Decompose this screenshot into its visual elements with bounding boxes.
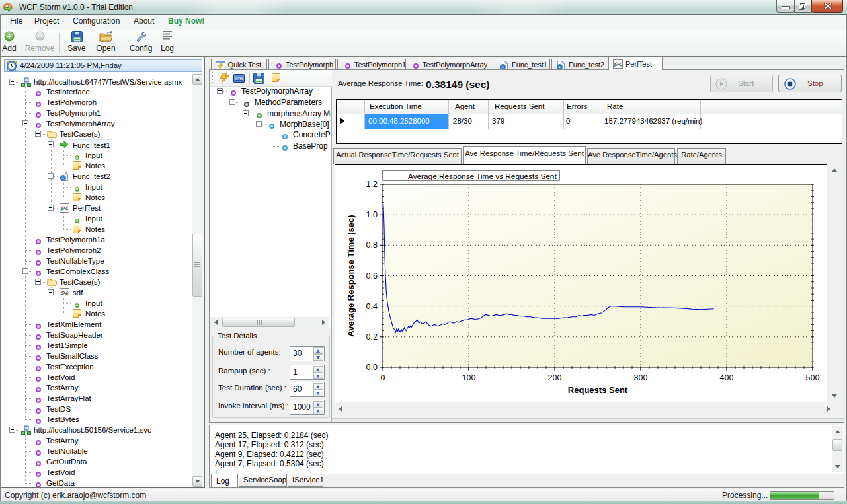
svg-text:300: 300 bbox=[634, 373, 648, 382]
svg-text:200: 200 bbox=[548, 373, 562, 382]
svg-text:0.6: 0.6 bbox=[366, 271, 378, 281]
svg-text:0.2: 0.2 bbox=[366, 332, 378, 342]
svg-text:1.0: 1.0 bbox=[366, 210, 378, 219]
svg-text:0.0: 0.0 bbox=[366, 363, 378, 372]
svg-text:0: 0 bbox=[381, 373, 385, 382]
svg-text:400: 400 bbox=[720, 373, 734, 382]
svg-text:0.8: 0.8 bbox=[366, 240, 378, 250]
svg-text:100: 100 bbox=[462, 373, 476, 382]
svg-text:500: 500 bbox=[806, 373, 820, 382]
svg-text:Requests Sent: Requests Sent bbox=[568, 385, 628, 395]
svg-text:XHTML: XHTML bbox=[235, 77, 243, 81]
svg-text:1.2: 1.2 bbox=[366, 180, 378, 189]
svg-text:Average Response Time vs Reque: Average Response Time vs Requests Sent bbox=[408, 172, 557, 181]
svg-text:0.4: 0.4 bbox=[366, 302, 378, 311]
svg-text:Average Response Time (sec): Average Response Time (sec) bbox=[346, 215, 356, 336]
